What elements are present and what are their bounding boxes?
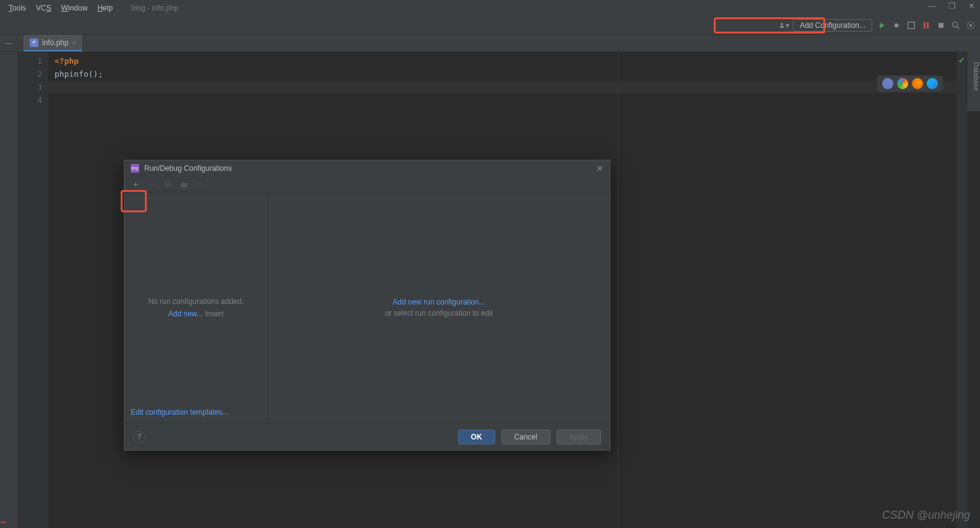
code-token: <?php (54, 56, 79, 66)
add-config-icon[interactable]: ＋ (131, 179, 141, 190)
svg-point-3 (953, 22, 958, 27)
debug-icon[interactable] (891, 20, 902, 31)
hide-tool-window-button[interactable]: — (0, 35, 17, 51)
help-button[interactable]: ? (133, 431, 145, 443)
coverage-icon[interactable] (906, 20, 917, 31)
ok-button[interactable]: OK (458, 430, 495, 444)
svg-point-0 (895, 23, 899, 27)
copy-config-icon[interactable]: ⧉ (163, 179, 173, 189)
dialog-titlebar: PS Run/Debug Configurations ✕ (124, 160, 610, 176)
php-file-icon: P (30, 38, 38, 47)
insert-hint: Insert (203, 309, 223, 318)
select-config-hint: or select run configuration to edit (385, 309, 493, 318)
watermark: CSDN @unhejing (882, 509, 970, 522)
database-tool-window-button[interactable]: Database (968, 37, 980, 111)
dialog-close-button[interactable]: ✕ (596, 163, 604, 173)
svg-line-4 (957, 27, 959, 28)
line-number: 3 (17, 80, 42, 93)
file-tab-label: info.php (42, 38, 69, 47)
editor-tabs: — P info.php × (0, 35, 980, 52)
run-icon[interactable] (876, 20, 887, 31)
svg-point-5 (969, 24, 972, 27)
menu-window[interactable]: Window (58, 2, 92, 14)
add-new-run-config-link[interactable]: Add new run configuration... (392, 298, 485, 306)
svg-rect-1 (908, 22, 915, 28)
main-toolbar: ▾ Add Configuration... (0, 16, 980, 35)
run-debug-configurations-dialog: PS Run/Debug Configurations ✕ ＋ － ⧉ 🖿 ↕ … (124, 160, 610, 451)
editor-right-margin (618, 52, 618, 528)
line-number-gutter: 1 2 3 4 (17, 52, 48, 528)
config-detail-panel: Add new run configuration... or select r… (268, 193, 610, 423)
database-label: Database (973, 62, 980, 91)
save-config-icon[interactable]: 🖿 (179, 180, 189, 189)
dialog-body: No run configurations added. Add new... … (124, 193, 610, 423)
search-icon[interactable] (950, 20, 961, 31)
svg-rect-2 (939, 23, 943, 28)
add-new-link[interactable]: Add new... (168, 309, 203, 318)
line-number: 1 (17, 54, 42, 67)
edit-templates-link[interactable]: Edit configuration templates... (131, 408, 228, 417)
remove-config-icon[interactable]: － (147, 179, 157, 190)
user-dropdown[interactable]: ▾ (778, 20, 789, 31)
line-number: 2 (17, 67, 42, 80)
bottom-left-markers: ▪▪ (1, 519, 6, 526)
dialog-title: Run/Debug Configurations (144, 164, 232, 173)
inspection-gutter: ✔ (956, 52, 968, 528)
current-line-highlight (48, 80, 956, 93)
dialog-toolbar: ＋ － ⧉ 🖿 ↕ (124, 176, 610, 193)
close-window-button[interactable]: ✕ (968, 1, 975, 11)
profiler-icon[interactable] (921, 20, 932, 31)
menu-vcs[interactable]: VCS (32, 2, 55, 14)
dialog-footer: ? OK Cancel Apply (124, 423, 610, 450)
phpstorm-icon: PS (131, 164, 139, 173)
sort-config-icon[interactable]: ↕ (195, 180, 205, 189)
close-tab-icon[interactable]: × (72, 39, 76, 46)
left-gutter-strip (0, 52, 17, 528)
config-list-panel: No run configurations added. Add new... … (124, 193, 268, 423)
settings-icon[interactable] (965, 20, 976, 31)
file-tab-info-php[interactable]: P info.php × (24, 35, 82, 51)
menu-help[interactable]: Help (93, 2, 116, 14)
line-number: 4 (17, 93, 42, 106)
minimize-button[interactable]: — (928, 1, 936, 11)
project-title: blog - info.php (131, 4, 178, 12)
add-new-row: Add new... Insert (168, 309, 223, 318)
maximize-button[interactable]: ❐ (948, 1, 956, 11)
stop-icon[interactable] (935, 20, 947, 31)
add-configuration-button[interactable]: Add Configuration... (793, 19, 872, 32)
cancel-button[interactable]: Cancel (501, 430, 550, 444)
menu-bar: Tools VCS Window Help blog - info.php — … (0, 0, 980, 16)
code-token: phpinfo(); (54, 69, 103, 79)
apply-button[interactable]: Apply (557, 430, 601, 444)
empty-config-message: No run configurations added. (148, 297, 243, 306)
menu-tools[interactable]: Tools (5, 2, 30, 14)
window-controls: — ❐ ✕ (928, 1, 975, 11)
inspection-ok-icon[interactable]: ✔ (958, 56, 965, 65)
